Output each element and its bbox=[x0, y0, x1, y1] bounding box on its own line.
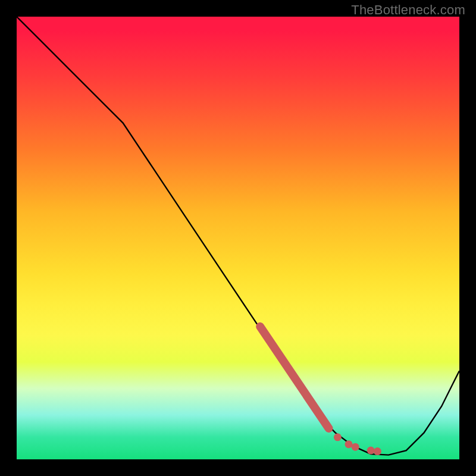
main-curve bbox=[17, 17, 459, 455]
highlight-dot bbox=[352, 443, 359, 451]
chart-svg bbox=[17, 17, 459, 459]
highlight-dot bbox=[334, 433, 342, 441]
highlight-segment bbox=[260, 327, 328, 428]
highlight-dot bbox=[367, 447, 375, 455]
highlight-dot bbox=[345, 440, 353, 448]
watermark-text: TheBottleneck.com bbox=[351, 2, 465, 18]
highlight-dots bbox=[334, 433, 381, 455]
chart-area bbox=[17, 17, 459, 459]
highlight-dot bbox=[374, 447, 381, 455]
